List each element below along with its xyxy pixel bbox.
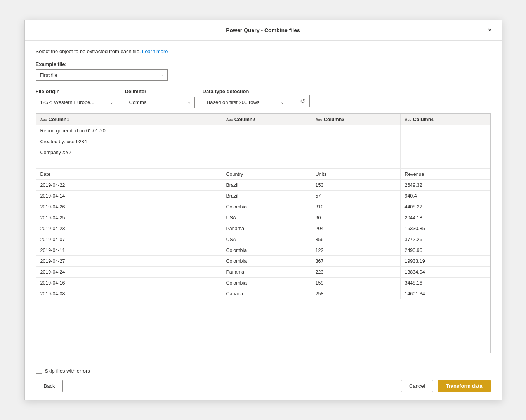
skip-errors-checkbox[interactable] bbox=[36, 368, 42, 374]
table-cell bbox=[401, 158, 490, 169]
chevron-down-icon: ⌄ bbox=[160, 73, 163, 77]
table-cell: 2019-04-26 bbox=[36, 201, 222, 212]
table-cell: 2044.18 bbox=[401, 212, 490, 223]
table-cell bbox=[311, 136, 401, 147]
table-cell bbox=[36, 158, 222, 169]
table-cell: 258 bbox=[311, 288, 401, 299]
description-text: Select the object to be extracted from e… bbox=[36, 49, 141, 54]
data-type-detection-group: Data type detection Based on first 200 r… bbox=[203, 89, 288, 108]
column-header: ABCColumn4 bbox=[401, 114, 490, 125]
table-cell: Colombia bbox=[222, 201, 311, 212]
table-row: 2019-04-25USA902044.18 bbox=[36, 212, 490, 223]
table-cell: 940.4 bbox=[401, 191, 490, 201]
table-cell: Brazil bbox=[222, 191, 311, 201]
chevron-down-icon: ⌄ bbox=[110, 100, 113, 104]
header-row: ABCColumn1ABCColumn2ABCColumn3ABCColumn4 bbox=[36, 114, 490, 125]
abc-type-icon: ABC bbox=[40, 118, 47, 122]
table-cell: Country bbox=[222, 169, 311, 180]
table-cell: 2019-04-24 bbox=[36, 267, 222, 278]
footer-area: Skip files with errors Back Cancel Trans… bbox=[25, 361, 502, 400]
abc-type-icon: ABC bbox=[315, 118, 322, 122]
table-cell: 2649.32 bbox=[401, 180, 490, 191]
table-cell: USA bbox=[222, 212, 311, 223]
chevron-down-icon: ⌄ bbox=[187, 100, 191, 104]
table-row: Report generated on 01-01-20... bbox=[36, 125, 490, 136]
data-type-detection-dropdown[interactable]: Based on first 200 rows ⌄ bbox=[203, 97, 288, 108]
table-row: 2019-04-11Colombia1222490.96 bbox=[36, 245, 490, 256]
table-row: 2019-04-24Panama22313834.04 bbox=[36, 267, 490, 278]
table-cell: Colombia bbox=[222, 256, 311, 267]
data-type-detection-label: Data type detection bbox=[203, 89, 288, 94]
data-table-container: ABCColumn1ABCColumn2ABCColumn3ABCColumn4… bbox=[36, 113, 491, 353]
table-cell: 204 bbox=[311, 223, 401, 234]
table-body: Report generated on 01-01-20...Created b… bbox=[36, 125, 490, 299]
column-name: Column1 bbox=[49, 117, 69, 122]
table-row: DateCountryUnitsRevenue bbox=[36, 169, 490, 180]
column-name: Column4 bbox=[413, 117, 434, 122]
file-origin-dropdown[interactable]: 1252: Western Europe... ⌄ bbox=[36, 97, 117, 108]
table-row: Company XYZ bbox=[36, 147, 490, 158]
table-cell: 223 bbox=[311, 267, 401, 278]
table-cell: 19933.19 bbox=[401, 256, 490, 267]
abc-type-icon: ABC bbox=[226, 118, 233, 122]
table-cell: 2019-04-27 bbox=[36, 256, 222, 267]
example-file-label: Example file: bbox=[36, 61, 491, 67]
table-cell bbox=[401, 136, 490, 147]
table-row: Created by: user9284 bbox=[36, 136, 490, 147]
options-row: File origin 1252: Western Europe... ⌄ De… bbox=[36, 89, 491, 108]
table-cell: 356 bbox=[311, 234, 401, 245]
table-cell: 2019-04-14 bbox=[36, 191, 222, 201]
file-origin-value: 1252: Western Europe... bbox=[40, 99, 95, 105]
table-cell: Colombia bbox=[222, 245, 311, 256]
table-cell: Brazil bbox=[222, 180, 311, 191]
table-cell: 122 bbox=[311, 245, 401, 256]
table-row: 2019-04-27Colombia36719933.19 bbox=[36, 256, 490, 267]
table-cell: Panama bbox=[222, 267, 311, 278]
table-cell bbox=[311, 147, 401, 158]
table-cell: Report generated on 01-01-20... bbox=[36, 125, 222, 136]
refresh-icon: ↺ bbox=[300, 97, 305, 105]
table-cell: 14601.34 bbox=[401, 288, 490, 299]
example-file-value: First file bbox=[40, 72, 58, 78]
table-row: 2019-04-14Brazil57940.4 bbox=[36, 191, 490, 201]
cancel-button[interactable]: Cancel bbox=[401, 380, 433, 392]
table-cell: 2019-04-07 bbox=[36, 234, 222, 245]
transform-data-button[interactable]: Transform data bbox=[438, 380, 491, 392]
table-cell: Created by: user9284 bbox=[36, 136, 222, 147]
table-cell: Units bbox=[311, 169, 401, 180]
column-header: ABCColumn2 bbox=[222, 114, 311, 125]
table-cell: 367 bbox=[311, 256, 401, 267]
right-buttons: Cancel Transform data bbox=[401, 380, 490, 392]
table-row: 2019-04-23Panama20416330.85 bbox=[36, 223, 490, 234]
column-header: ABCColumn1 bbox=[36, 114, 222, 125]
table-cell: 153 bbox=[311, 180, 401, 191]
table-cell bbox=[401, 125, 490, 136]
table-cell bbox=[401, 147, 490, 158]
table-cell: 13834.04 bbox=[401, 267, 490, 278]
description-row: Select the object to be extracted from e… bbox=[36, 49, 491, 54]
skip-errors-label: Skip files with errors bbox=[45, 368, 90, 374]
refresh-button[interactable]: ↺ bbox=[296, 95, 310, 107]
table-cell bbox=[311, 125, 401, 136]
column-name: Column3 bbox=[324, 117, 344, 122]
chevron-down-icon: ⌄ bbox=[281, 100, 284, 104]
close-button[interactable]: × bbox=[484, 25, 495, 36]
table-cell: Panama bbox=[222, 223, 311, 234]
learn-more-link[interactable]: Learn more bbox=[142, 49, 168, 54]
table-row: 2019-04-26Colombia3104408.22 bbox=[36, 201, 490, 212]
delimiter-label: Delimiter bbox=[125, 89, 195, 94]
data-type-detection-value: Based on first 200 rows bbox=[207, 99, 260, 105]
back-button[interactable]: Back bbox=[36, 380, 63, 392]
table-cell: 2019-04-25 bbox=[36, 212, 222, 223]
title-bar: Power Query - Combine files × bbox=[25, 20, 502, 41]
table-scroll-area[interactable]: ABCColumn1ABCColumn2ABCColumn3ABCColumn4… bbox=[36, 114, 490, 353]
table-cell bbox=[222, 136, 311, 147]
column-header: ABCColumn3 bbox=[311, 114, 401, 125]
delimiter-dropdown[interactable]: Comma ⌄ bbox=[125, 97, 195, 108]
example-file-dropdown[interactable]: First file ⌄ bbox=[36, 69, 168, 81]
table-cell: 3448.16 bbox=[401, 278, 490, 288]
dialog-title: Power Query - Combine files bbox=[42, 27, 484, 33]
table-row: 2019-04-07USA3563772.26 bbox=[36, 234, 490, 245]
table-cell: 2019-04-16 bbox=[36, 278, 222, 288]
table-cell: 2019-04-23 bbox=[36, 223, 222, 234]
